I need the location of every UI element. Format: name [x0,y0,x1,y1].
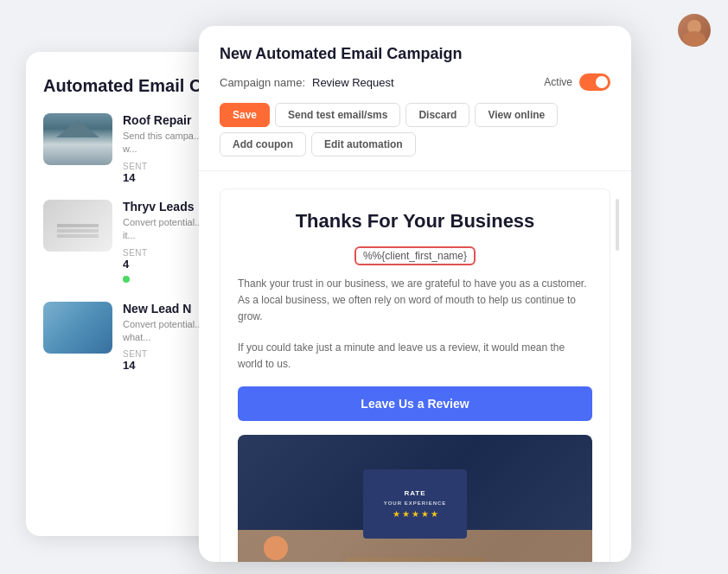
star-rating: ★ ★ ★ ★ ★ [393,509,438,519]
email-subject: Thanks For Your Business [238,210,592,233]
email-preview: Thanks For Your Business %%{client_first… [199,171,631,562]
email-body-line2: If you could take just a minute and leav… [238,340,592,373]
modal-header: New Automated Email Campaign Campaign na… [199,26,631,171]
campaign-name-input[interactable]: Review Request [312,76,394,89]
svg-point-1 [683,31,706,47]
star-5: ★ [431,509,438,519]
email-body-line1: Thank your trust in our business, we are… [238,276,592,326]
rate-text: RATE [404,489,425,497]
user-avatar[interactable] [678,14,711,47]
campaign-name-left: Campaign name: Review Request [220,76,394,89]
cta-button[interactable]: Leave Us a Review [238,386,592,421]
active-indicator [123,276,130,283]
add-coupon-button[interactable]: Add coupon [220,132,306,156]
toolbar: Save Send test email/sms Discard View on… [220,103,610,156]
scroll-indicator [616,199,619,251]
view-online-button[interactable]: View online [475,103,558,127]
modal-title: New Automated Email Campaign [220,45,610,63]
email-placeholder-tag[interactable]: %%{client_first_name} [354,246,476,265]
campaign-name-row: Campaign name: Review Request Active [220,73,610,91]
send-test-button[interactable]: Send test email/sms [275,103,400,127]
rating-subtitle: YOUR EXPERIENCE [384,501,447,506]
active-toggle-row: Active [544,73,610,91]
discard-button[interactable]: Discard [406,103,469,127]
active-label: Active [544,76,572,88]
campaign-thumb-0 [43,113,112,165]
campaign-name-label: Campaign name: [220,76,305,89]
modal-card: New Automated Email Campaign Campaign na… [199,26,631,562]
active-toggle[interactable] [579,73,610,91]
star-3: ★ [412,509,419,519]
campaign-thumb-1 [43,200,112,252]
save-button[interactable]: Save [220,103,270,127]
star-1: ★ [393,509,400,519]
laptop-screen: RATE YOUR EXPERIENCE ★ ★ ★ ★ ★ [363,469,467,539]
star-4: ★ [421,509,429,519]
edit-automation-button[interactable]: Edit automation [311,132,416,156]
email-content: Thanks For Your Business %%{client_first… [220,188,610,562]
star-2: ★ [402,509,410,519]
rating-area: RATE YOUR EXPERIENCE ★ ★ ★ ★ ★ [238,435,592,562]
campaign-thumb-2 [43,302,112,354]
